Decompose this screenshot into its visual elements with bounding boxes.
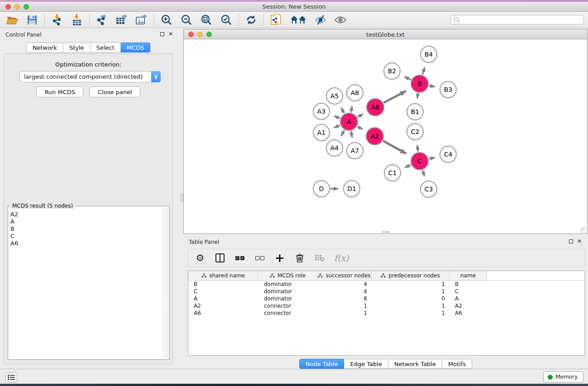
tab-network[interactable]: Network	[26, 43, 63, 52]
network-graph[interactable]: B4B2BB3A5A8A6A3B1AA1C2A2A4A7C4CC1DD1C3	[184, 39, 587, 234]
column-header-predecessor-nodes[interactable]: predecessor nodes	[372, 271, 449, 280]
graph-edge[interactable]	[422, 67, 425, 75]
task-history-button[interactable]	[5, 372, 17, 382]
table-row[interactable]: Cdominator41C	[188, 288, 584, 295]
graph-edge[interactable]	[429, 157, 435, 159]
cytoscape-home-icon[interactable]	[289, 13, 307, 27]
table-tab-node-table[interactable]: Node Table	[299, 359, 344, 369]
graph-edge[interactable]	[334, 125, 340, 128]
apply-function-icon[interactable]: f(x)	[334, 253, 349, 263]
save-session-icon[interactable]	[25, 13, 39, 27]
graph-node-B[interactable]: B	[411, 75, 428, 92]
optimization-criterion-dropdown[interactable]: largest connected component (directed) ▲…	[19, 71, 161, 82]
graph-edge[interactable]	[341, 130, 344, 136]
clone-network-icon[interactable]	[269, 13, 283, 27]
graph-edge[interactable]	[417, 145, 418, 152]
graph-edge[interactable]	[429, 86, 435, 87]
import-table-icon[interactable]	[70, 13, 84, 27]
table-options-gear-icon[interactable]: ⚙	[195, 253, 206, 263]
show-graphics-eye-icon[interactable]	[334, 13, 347, 27]
delete-table-icon[interactable]	[314, 253, 325, 263]
result-list-item[interactable]: B	[10, 225, 163, 233]
column-header-name[interactable]: name	[449, 271, 487, 280]
memory-button[interactable]: Memory	[543, 372, 583, 382]
graph-node-A1[interactable]: A1	[313, 124, 330, 141]
table-tab-motifs[interactable]: Motifs	[442, 359, 472, 369]
graph-node-A8[interactable]: A8	[347, 85, 363, 101]
float-table-panel-icon[interactable]	[569, 239, 573, 243]
graph-edge[interactable]	[422, 170, 424, 176]
graph-node-C2[interactable]: C2	[407, 124, 423, 140]
graph-node-D[interactable]: D	[313, 181, 330, 197]
table-tab-edge-table[interactable]: Edge Table	[344, 359, 388, 369]
graph-edge[interactable]	[351, 131, 352, 138]
graph-edge[interactable]	[383, 141, 406, 153]
graph-edge[interactable]	[357, 126, 363, 129]
graph-edge[interactable]	[334, 116, 340, 119]
splitter-handle-vertical[interactable]	[181, 194, 183, 202]
graph-node-C3[interactable]: C3	[421, 181, 437, 197]
graph-node-A6[interactable]: A6	[367, 99, 384, 116]
graph-node-B1[interactable]: B1	[407, 104, 423, 120]
graph-node-B3[interactable]: B3	[440, 81, 456, 98]
graph-edge[interactable]	[404, 77, 411, 80]
resize-grip-icon[interactable]	[580, 227, 587, 233]
result-list-item[interactable]: C	[10, 233, 163, 240]
graph-node-A5[interactable]: A5	[326, 88, 343, 104]
mcds-result-list[interactable]: A2ABCA6	[9, 210, 163, 359]
graph-node-B4[interactable]: B4	[421, 46, 437, 62]
export-image-icon[interactable]	[135, 13, 148, 27]
graph-node-A7[interactable]: A7	[347, 143, 363, 159]
column-header-MCDS-role[interactable]: MCDS role	[258, 271, 317, 280]
network-window-titlebar[interactable]: testGlobe.txt	[184, 29, 587, 39]
network-canvas[interactable]: B4B2BB3A5A8A6A3B1AA1C2A2A4A7C4CC1DD1C3	[184, 39, 587, 234]
graph-node-D1[interactable]: D1	[344, 181, 360, 197]
export-table-icon[interactable]	[115, 13, 129, 27]
graph-edge[interactable]	[417, 93, 418, 99]
show-columns-icon[interactable]	[215, 253, 225, 263]
graph-edge[interactable]	[384, 91, 406, 103]
graph-node-C1[interactable]: C1	[384, 165, 401, 181]
graph-edge[interactable]	[357, 114, 363, 117]
zoom-fit-icon[interactable]	[200, 13, 213, 27]
graph-node-A[interactable]: A	[340, 113, 358, 130]
table-row[interactable]: Bdominator41B	[188, 281, 584, 288]
result-scrollbar[interactable]	[163, 207, 169, 359]
close-panel-icon[interactable]: ✕	[168, 32, 173, 36]
import-network-icon[interactable]	[50, 13, 64, 27]
zoom-out-icon[interactable]	[180, 13, 193, 27]
zoom-in-icon[interactable]	[160, 13, 173, 27]
graph-node-A4[interactable]: A4	[326, 140, 343, 156]
hide-panel-icon[interactable]	[314, 13, 327, 27]
tab-style[interactable]: Style	[63, 43, 91, 52]
graph-edge[interactable]	[405, 165, 411, 167]
float-panel-icon[interactable]	[160, 32, 164, 36]
close-table-panel-icon[interactable]: ✕	[577, 239, 582, 243]
graph-node-A2[interactable]: A2	[366, 128, 383, 145]
node-table[interactable]: shared nameMCDS rolesuccessor nodesprede…	[188, 271, 585, 356]
graph-node-A3[interactable]: A3	[313, 103, 330, 119]
tab-mcds[interactable]: MCDS	[121, 43, 151, 52]
table-row[interactable]: A6connector11A6	[188, 310, 584, 317]
run-mcds-button[interactable]: Run MCDS	[36, 86, 83, 97]
column-header-successor-nodes[interactable]: successor nodes	[317, 271, 372, 280]
export-network-icon[interactable]	[95, 13, 109, 27]
select-all-icon[interactable]: ✓✓	[234, 253, 245, 263]
result-list-item[interactable]: A6	[10, 240, 163, 247]
column-header-shared-name[interactable]: shared name	[188, 271, 258, 280]
tab-select[interactable]: Select	[91, 43, 121, 52]
graph-edge[interactable]	[341, 108, 344, 114]
delete-rows-trash-icon[interactable]	[294, 253, 305, 263]
graph-node-C4[interactable]: C4	[440, 146, 456, 162]
deselect-all-icon[interactable]	[254, 253, 265, 263]
splitter-handle-horizontal[interactable]	[382, 231, 390, 234]
result-list-item[interactable]: A	[10, 218, 163, 225]
search-input[interactable]	[450, 15, 584, 24]
zoom-selected-icon[interactable]	[220, 13, 233, 27]
open-file-icon[interactable]	[5, 13, 19, 27]
graph-node-C[interactable]: C	[411, 152, 428, 170]
table-tab-network-table[interactable]: Network Table	[388, 359, 442, 369]
table-row[interactable]: Adominator80A	[188, 295, 584, 302]
graph-node-B2[interactable]: B2	[384, 63, 400, 79]
close-panel-button[interactable]: Close panel	[90, 86, 140, 97]
